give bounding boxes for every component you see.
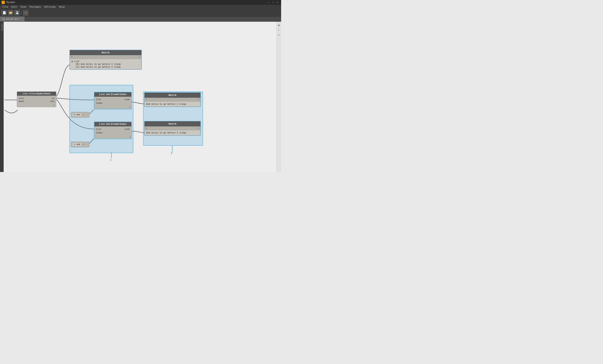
open-button[interactable]: 📂 <box>8 10 13 15</box>
get-item-1-body: list item index I <box>94 97 131 109</box>
menu-view[interactable]: View <box>19 5 28 9</box>
window-controls: — □ ✕ <box>267 1 279 4</box>
watch-top-io: > > <box>70 55 141 59</box>
tab-label: 04_04_03.dyn* <box>2 18 20 20</box>
titlebar: Dynamo — □ ✕ <box>0 0 281 5</box>
tab-close-button[interactable]: ✕ <box>21 18 22 20</box>
watch-right-1-node: Watch > > And miles to go before I sleep <box>144 92 201 107</box>
maximize-button[interactable]: □ <box>271 1 275 4</box>
filter-port-in: in <box>52 97 54 100</box>
filter-port-out: out <box>50 100 54 102</box>
menu-edit[interactable]: Edit <box>10 5 19 9</box>
filter-row-2: mask out <box>19 100 54 102</box>
get-item-1-port-item: item <box>124 98 130 101</box>
watch-top-header: Watch <box>70 50 141 55</box>
watch-right-2-right-port[interactable]: > <box>198 127 199 129</box>
zoom-fit-button[interactable]: ⊞ <box>277 23 281 27</box>
menu-file[interactable]: File <box>1 5 10 9</box>
zoom-out-button[interactable]: − <box>277 28 281 32</box>
get-item-1-node: List.GetItemAtIndex list item index I <box>94 92 132 109</box>
watch-top-node: Watch > > ▲ List [0] And miles to go bef… <box>70 50 142 70</box>
tabbar: 04_04_03.dyn* ✕ <box>0 16 281 22</box>
get-item-1-row-list: list item <box>95 98 130 101</box>
watch-right-1-header: Watch <box>145 93 200 98</box>
watch-right-1-io: > > <box>145 98 200 102</box>
get-item-1-port-list: list <box>95 98 102 101</box>
number-2-node: 1.000 > <box>71 142 89 147</box>
list-item-1: [1] And miles to go before I sleep <box>71 66 140 68</box>
watch-right-2-body: And miles to go before I sleep <box>145 130 200 135</box>
toolbar: 📄 📂 💾 ↩ <box>0 9 281 16</box>
watch-right-2-node: Watch > > And miles to go before I sleep <box>144 121 201 136</box>
zoom-in-button[interactable]: + <box>277 33 281 37</box>
filter-dot: I <box>19 103 54 106</box>
watch-right-2-left-port[interactable]: > <box>146 127 147 129</box>
filter-body: list in mask out I <box>17 96 56 107</box>
filter-header: List.FilterByBoolMask <box>17 92 56 96</box>
number-1-value[interactable]: 0.000 <box>72 113 82 117</box>
get-item-1-dot: I <box>95 105 130 108</box>
watch-top-body: ▲ List [0] And miles to go before I slee… <box>70 59 141 69</box>
get-item-2-body: list item index I <box>94 126 131 139</box>
new-button[interactable]: 📄 <box>2 10 7 15</box>
watch-right-1-body: And miles to go before I sleep <box>145 102 200 107</box>
watch-right-2-header: Watch <box>145 121 200 126</box>
watch-top-left-port[interactable]: > <box>71 56 72 58</box>
library-toggle[interactable]: Library <box>0 23 3 32</box>
watch-right-2-content: And miles to go before I sleep <box>146 131 186 134</box>
menu-packages[interactable]: Packages <box>28 5 43 9</box>
undo-button[interactable]: ↩ <box>23 10 28 15</box>
canvas[interactable]: Watch > > ▲ List [0] And miles to go bef… <box>4 22 276 172</box>
get-item-2-row-index: index <box>95 131 130 135</box>
get-item-2-dot: I <box>95 135 130 138</box>
get-item-2-node: List.GetItemAtIndex list item index I <box>94 122 132 139</box>
main-area: Library <box>0 22 281 172</box>
get-item-2-header: List.GetItemAtIndex <box>94 122 131 126</box>
watch-right-2-io: > > <box>145 126 200 130</box>
filter-row-1: list in <box>19 97 54 100</box>
menubar: File Edit View Packages Settings Help <box>0 5 281 9</box>
app-title: Dynamo <box>6 1 267 4</box>
number-1-node: 0.000 > <box>71 112 89 118</box>
close-button[interactable]: ✕ <box>276 1 279 4</box>
watch-top-right-port[interactable]: > <box>139 56 140 58</box>
menu-help[interactable]: Help <box>58 5 67 9</box>
get-item-1-row-index: index <box>95 102 130 105</box>
number-2-value[interactable]: 1.000 <box>72 143 82 146</box>
tab-main[interactable]: 04_04_03.dyn* ✕ <box>0 16 24 22</box>
sidebar: Library <box>0 22 4 172</box>
list-label: ▲ List <box>71 60 140 63</box>
filter-node: List.FilterByBoolMask list in mask out I <box>17 91 56 107</box>
get-item-2-row-list: list item <box>95 128 130 131</box>
app-icon <box>2 1 5 4</box>
get-item-2-port-item: item <box>124 128 130 131</box>
watch-right-1-right-port[interactable]: > <box>198 98 199 101</box>
filter-port-mask: mask <box>19 100 24 102</box>
get-item-2-port-list: list <box>95 128 102 131</box>
save-button[interactable]: 💾 <box>14 10 20 15</box>
filter-port-list: list <box>19 97 24 100</box>
group-label-1: 1 <box>110 159 112 161</box>
number-2-arrow[interactable]: > <box>82 143 84 146</box>
list-item-0: [0] And miles to go before I sleep <box>71 63 140 65</box>
number-1-body: 0.000 > <box>71 112 89 117</box>
watch-right-1-left-port[interactable]: > <box>146 98 147 101</box>
get-item-1-header: List.GetItemAtIndex <box>94 92 131 97</box>
group-label-2: 2 <box>171 152 173 155</box>
get-item-2-port-index: index <box>95 131 104 135</box>
number-2-body: 1.000 > <box>71 142 89 147</box>
watch-right-1-content: And miles to go before I sleep <box>146 103 186 105</box>
minimize-button[interactable]: — <box>267 1 271 4</box>
right-toolbar: ⊞ − + <box>276 22 281 172</box>
menu-settings[interactable]: Settings <box>43 5 58 9</box>
get-item-1-port-index: index <box>95 102 104 105</box>
toolbar-separator <box>21 11 22 15</box>
number-1-arrow[interactable]: > <box>82 114 84 116</box>
